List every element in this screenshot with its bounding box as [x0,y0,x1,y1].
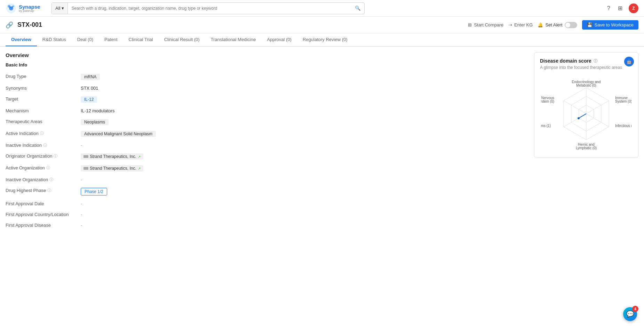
logo-icon [6,3,17,14]
label-inactive-org: Inactive Organization ⓘ [6,177,75,182]
svg-text:Metabolic (0): Metabolic (0) [576,83,596,87]
search-button[interactable]: 🔍 [351,6,364,11]
tab-clinical-result[interactable]: Clinical Result (0) [159,33,205,46]
svg-line-11 [586,114,609,127]
label-inactive-indication: Inactive Indication ⓘ [6,143,75,148]
disease-domain-help-icon[interactable]: ⓘ [594,58,597,64]
active-org-tag[interactable]: Strand Therapeutics, Inc. ↗ [81,165,143,171]
inactive-org-help-icon[interactable]: ⓘ [49,177,53,182]
svg-text:System (0): System (0) [541,99,554,103]
app-name: Synapse [19,4,40,9]
svg-line-10 [586,101,609,114]
svg-text:Lymphatic (0): Lymphatic (0) [576,146,597,150]
set-alert-label: Set Alert [545,22,562,27]
tab-patent[interactable]: Patent [99,33,123,46]
alert-toggle[interactable] [565,22,577,28]
originator-org-tag[interactable]: Strand Therapeutics, Inc. ↗ [81,153,143,160]
enter-kg-button[interactable]: ⇢ Enter KG [508,22,533,27]
user-avatar[interactable]: Z [629,3,638,13]
tab-rd-status[interactable]: R&D Status [37,33,72,46]
set-alert-group: 🔔 Set Alert [538,22,577,28]
field-drug-type: Drug Type mRNA [6,71,527,83]
value-originator-org: Strand Therapeutics, Inc. ↗ [81,153,527,160]
active-indication-help-icon[interactable]: ⓘ [40,131,44,136]
org-logo-icon [84,155,88,158]
start-compare-button[interactable]: ⊞ Start Compare [468,22,503,27]
drug-title: STX-001 [17,21,42,29]
field-active-indication: Active Indication ⓘ Advanced Malignant S… [6,128,527,140]
help-button[interactable]: ? [606,4,612,13]
radar-wrapper: Endocrinology and Metabolic (0) Immune S… [541,75,631,152]
drug-phase-tag: Phase 1/2 [81,188,107,195]
label-first-approval-country: First Approval Country/Location [6,212,75,217]
save-to-workspace-button[interactable]: 💾 Save to Workspace [582,20,638,30]
label-drug-type: Drug Type [6,74,75,79]
org-logo-icon [84,167,88,170]
field-originator-org: Originator Organization ⓘ Strand Therape… [6,151,527,162]
label-first-approval-date: First Approval Date [6,201,75,206]
drug-actions: ⊞ Start Compare ⇢ Enter KG 🔔 Set Alert 💾… [468,20,638,30]
search-area: All ▾ 🔍 [51,2,365,14]
disease-title-text: Disease domain score [540,58,591,64]
top-actions: ? ⊞ Z [606,3,638,13]
field-target: Target IL-12 [6,94,527,105]
save-icon: 💾 [587,22,593,27]
content-left: Overview Basic Info Drug Type mRNA Synon… [6,52,527,231]
tabs-bar: Overview R&D Status Deal (0) Patent Clin… [0,33,644,47]
label-mechanism: Mechanism [6,108,75,113]
top-bar: Synapse by patsnap All ▾ 🔍 ? ⊞ Z [0,0,644,17]
disease-card-subtitle: A glimpse into the focused therapeutic a… [540,65,633,70]
svg-text:Infectious (0): Infectious (0) [615,124,631,128]
robot-icon[interactable]: 🤖 [624,57,634,66]
tab-clinical-trial[interactable]: Clinical Trial [123,33,159,46]
field-drug-highest-phase: Drug Highest Phase ⓘ Phase 1/2 [6,185,527,198]
label-active-org: Active Organization ⓘ [6,165,75,170]
inactive-indication-help-icon[interactable]: ⓘ [43,143,47,148]
label-target: Target [6,96,75,102]
radar-chart-container: Endocrinology and Metabolic (0) Immune S… [540,75,633,152]
basic-info-title: Basic Info [6,62,527,67]
drug-link-icon: 🔗 [6,21,13,29]
field-first-approval-disease: First Approval Disease - [6,220,527,231]
filter-label: All [55,6,60,11]
tab-deal[interactable]: Deal (0) [72,33,99,46]
value-inactive-org: - [81,177,527,182]
originator-org-help-icon[interactable]: ⓘ [54,153,57,159]
tab-regulatory-review[interactable]: Regulatory Review (0) [297,33,353,46]
tab-translational-medicine[interactable]: Translational Medicine [205,33,262,46]
enter-kg-label: Enter KG [514,22,533,27]
overview-title: Overview [6,52,527,58]
value-target: IL-12 [81,96,527,103]
svg-marker-16 [579,114,586,118]
drug-type-tag: mRNA [81,74,100,80]
drug-phase-help-icon[interactable]: ⓘ [47,188,51,193]
label-drug-highest-phase: Drug Highest Phase ⓘ [6,188,75,193]
search-input[interactable] [68,3,351,14]
field-therapeutic-areas: Therapeutic Areas Neoplasms [6,116,527,128]
field-first-approval-date: First Approval Date - [6,198,527,209]
field-inactive-indication: Inactive Indication ⓘ - [6,140,527,151]
active-org-help-icon[interactable]: ⓘ [46,165,50,170]
tab-overview[interactable]: Overview [6,33,37,46]
label-originator-org: Originator Organization ⓘ [6,153,75,159]
label-active-indication: Active Indication ⓘ [6,131,75,136]
tab-approval[interactable]: Approval (0) [261,33,297,46]
alert-icon: 🔔 [538,22,543,27]
value-synonyms: STX 001 [81,86,527,91]
svg-line-14 [564,101,586,114]
value-first-approval-date: - [81,201,527,206]
app-sub: by patsnap [19,9,40,13]
target-tag[interactable]: IL-12 [81,96,97,103]
field-first-approval-country: First Approval Country/Location - [6,209,527,220]
value-drug-highest-phase: Phase 1/2 [81,188,527,195]
field-mechanism: Mechanism IL-12 modulators [6,105,527,116]
svg-text:System (0): System (0) [615,99,631,103]
apps-button[interactable]: ⊞ [617,3,624,13]
value-active-indication: Advanced Malignant Solid Neoplasm [81,131,527,137]
main-content: Overview Basic Info Drug Type mRNA Synon… [0,47,644,236]
start-compare-label: Start Compare [474,22,503,27]
field-synonyms: Synonyms STX 001 [6,83,527,94]
radar-svg: Endocrinology and Metabolic (0) Immune S… [541,75,631,152]
search-filter-dropdown[interactable]: All ▾ [52,3,68,14]
drug-header: 🔗 STX-001 ⊞ Start Compare ⇢ Enter KG 🔔 S… [0,17,644,33]
